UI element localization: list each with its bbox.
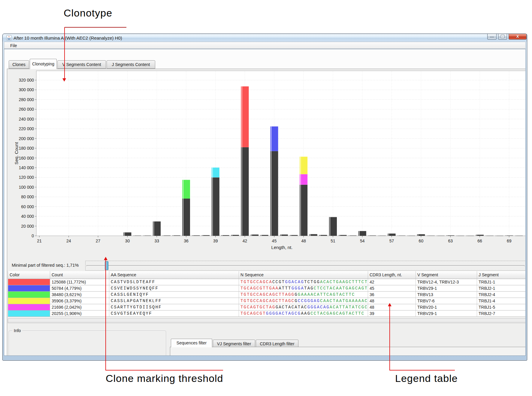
- y-tick-label: 280 000: [19, 97, 34, 102]
- bar-highlight: [291, 235, 291, 236]
- tab-vj-segments-filter[interactable]: VJ Segments filter: [213, 340, 255, 347]
- table-row-6[interactable]: 20255 (1,906%)CSVGTSEAYEQYFTGCAGCGTGGGGA…: [8, 310, 526, 317]
- bar-highlight: [369, 236, 369, 236]
- n-sequence-segment-blue: CCGGGAG: [298, 298, 320, 303]
- n-sequence-cell: TGTGCCAGCAGCTTAGGGGAAAACATTCAGTACTTC: [239, 292, 368, 298]
- bar-highlight: [222, 235, 222, 236]
- aa-sequence-cell: CSVGTSEAYEQYF: [109, 310, 239, 317]
- bar-highlight: [476, 235, 477, 236]
- table-row-3[interactable]: 38480 (3,621%)CASSLGENIQYFTGTGCCAGCAGCTT…: [8, 292, 526, 298]
- bar-highlight: [134, 236, 135, 236]
- n-sequence-segment-blue: GGACAG: [285, 280, 304, 284]
- n-sequence-segment-red: TGTGCCAGCAGCTTAGC: [240, 298, 295, 303]
- close-icon: X: [516, 34, 519, 39]
- tab-clones[interactable]: Clones: [9, 60, 29, 69]
- n-sequence-cell: TGCAGCGTGGGGACTAGCGAAGCCTACGAGCAGTACTTC: [239, 310, 368, 317]
- bar-highlight: [515, 236, 516, 236]
- table-row-4[interactable]: 35906 (3,379%)CASSLAPGATNEKLFFTGTGCCAGCA…: [8, 298, 526, 304]
- x-tick-label: 63: [448, 238, 453, 243]
- column-header-color[interactable]: Color: [8, 271, 50, 279]
- n-sequence-segment-black: GACTACATAC: [276, 305, 307, 310]
- j-segment-cell: TRBJ1-1: [477, 279, 526, 285]
- aa-sequence-cell: CSVEIWDSSYNEQFF: [109, 285, 239, 292]
- horizontal-scrollbar[interactable]: [8, 319, 526, 323]
- v-segment-cell: TRBV7-6: [416, 298, 477, 304]
- count-cell: 35906 (3,379%): [50, 298, 109, 304]
- n-sequence-segment-blue: GGGGACTAGCG: [266, 311, 301, 316]
- close-button[interactable]: X: [509, 34, 527, 40]
- column-header-count[interactable]: Count: [50, 271, 109, 279]
- x-tick-label: 39: [213, 238, 218, 243]
- bar-highlight: [418, 234, 418, 236]
- bar-highlight: [379, 236, 379, 236]
- j-segment-cell: TRBJ2-7: [477, 310, 526, 317]
- tab-cdr3-length-filter[interactable]: CDR3 Length filter: [256, 340, 298, 347]
- column-header-v-segment[interactable]: V Segment: [416, 271, 477, 279]
- table-row-1[interactable]: 125088 (11,772%)CASTVDSLDTEAFFTGTGCCAGCA…: [8, 279, 526, 285]
- bar-highlight: [183, 180, 183, 236]
- n-sequence-segment-green: ACATTATATCGCA: [330, 305, 368, 310]
- threshold-slider[interactable]: [85, 261, 526, 271]
- bar-highlight: [261, 235, 262, 236]
- n-sequence-segment-green: ACACTGAAGCTTTCTT: [320, 280, 368, 284]
- info-panel-title: Info: [12, 328, 22, 333]
- n-sequence-segment-blue: GGGACAG: [307, 305, 330, 310]
- y-tick-label: 100 000: [19, 185, 34, 190]
- n-sequence-segment-black: ATTT: [279, 286, 291, 291]
- app-content: Clones Clonotyping V Segments Content J …: [4, 49, 526, 356]
- slider-track[interactable]: [86, 265, 524, 266]
- x-tick-label: 60: [419, 238, 424, 243]
- cdr3-length-cell: 48: [368, 298, 416, 304]
- x-tick-label: 36: [184, 238, 189, 243]
- bar-highlight: [340, 235, 340, 236]
- maximize-button[interactable]: [498, 34, 507, 40]
- n-sequence-segment-black: AAG: [301, 311, 310, 316]
- title-bar[interactable]: After 10 month Illumina A (With AEC2 (Re…: [3, 34, 527, 42]
- cdr3-length-cell: 42: [368, 279, 416, 285]
- bar-highlight: [242, 86, 242, 236]
- n-sequence-segment-green: GAAAACATTCAGTACTTC: [298, 292, 355, 297]
- tab-j-segments-content[interactable]: J Segments Content: [107, 60, 155, 69]
- n-sequence-segment-black: G: [295, 298, 298, 303]
- bar-highlight: [506, 236, 506, 236]
- y-tick-label: 40 000: [21, 214, 34, 219]
- bar-highlight: [144, 236, 144, 236]
- column-header-j-segment[interactable]: J Segment: [477, 271, 526, 279]
- color-swatch-yellow: [8, 298, 50, 304]
- count-cell: 20255 (1,906%): [50, 310, 109, 317]
- table-row-2[interactable]: 50784 (4,779%)CSVEIWDSSYNEQFFTGCAGCGTTGA…: [8, 285, 526, 292]
- tab-sequences-filter[interactable]: Sequences filter: [171, 339, 212, 347]
- x-tick-label: 48: [301, 238, 306, 243]
- java-cup-icon: [7, 35, 11, 40]
- column-header-cdr3-length[interactable]: CDR3 Length, nt.: [368, 271, 416, 279]
- annotation-line: [389, 370, 455, 370]
- x-tick-label: 42: [243, 238, 247, 243]
- table-row-5[interactable]: 21696 (2,042%)CSARTTYGTDIISQHFTGCAGTGCTA…: [8, 304, 526, 310]
- x-tick-label: 66: [477, 238, 482, 243]
- menu-file[interactable]: File: [7, 43, 20, 49]
- aa-sequence-cell: CASTVDSLDTEAFF: [109, 279, 239, 285]
- n-sequence-segment-green: CCTACGAGCAGTACTTC: [310, 311, 364, 316]
- column-header-aa-sequence[interactable]: AA Sequence: [109, 271, 239, 279]
- j-segment-cell: TRBJ1-4: [477, 298, 526, 304]
- minimize-button[interactable]: [487, 34, 497, 40]
- x-axis-title: Length, nt.: [271, 245, 293, 250]
- y-tick-label: 320 000: [19, 78, 34, 82]
- bar-highlight: [349, 236, 350, 236]
- bar-highlight: [251, 235, 252, 236]
- info-panel: [9, 331, 166, 356]
- arrow-down-icon: [62, 78, 66, 82]
- v-segment-cell: TRBV13: [416, 292, 477, 298]
- tab-clonotyping[interactable]: Clonotyping: [30, 59, 57, 69]
- bar-highlight: [388, 234, 389, 236]
- aa-sequence-cell: CASSLAPGATNEKLFF: [109, 298, 239, 304]
- y-tick-label: 60 000: [21, 204, 34, 209]
- bar-highlight: [310, 234, 311, 236]
- color-swatch-cyan: [8, 310, 50, 317]
- page: After 10 month Illumina A (With AEC2 (Re…: [0, 0, 532, 396]
- column-header-n-sequence[interactable]: N Sequence: [239, 271, 368, 279]
- color-swatch-magenta: [8, 304, 50, 310]
- bar-highlight: [232, 235, 232, 236]
- count-cell: 21696 (2,042%): [50, 304, 109, 310]
- annotation-line: [105, 260, 106, 370]
